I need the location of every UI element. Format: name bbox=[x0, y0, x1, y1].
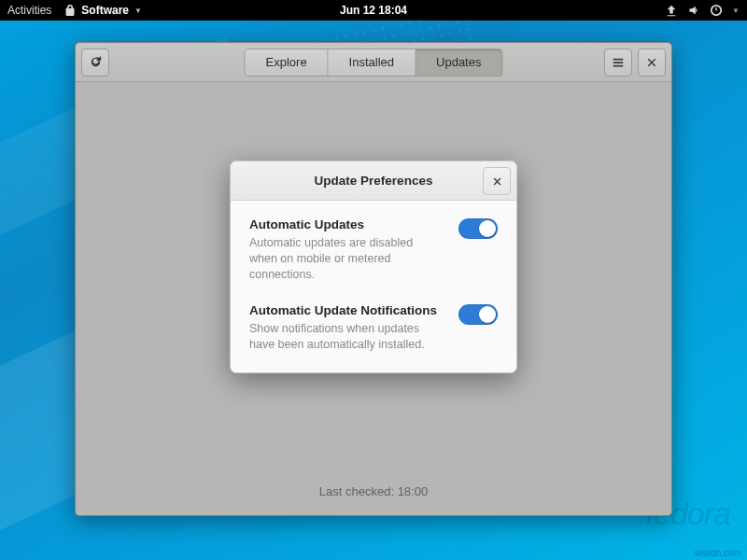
software-icon bbox=[64, 5, 76, 16]
pref-description: Show notifications when updates have bee… bbox=[249, 321, 444, 353]
close-icon bbox=[492, 176, 502, 187]
dialog-close-button[interactable] bbox=[483, 167, 511, 195]
hamburger-icon bbox=[612, 56, 625, 69]
network-icon[interactable] bbox=[665, 4, 678, 17]
close-icon bbox=[646, 57, 657, 68]
pref-automatic-updates: Automatic Updates Automatic updates are … bbox=[249, 217, 498, 283]
dialog-title: Update Preferences bbox=[315, 174, 433, 188]
power-icon[interactable] bbox=[710, 4, 723, 17]
activities-button[interactable]: Activities bbox=[7, 4, 51, 17]
chevron-down-icon: ▼ bbox=[732, 7, 740, 15]
tab-updates[interactable]: Updates bbox=[416, 49, 501, 76]
pref-title: Automatic Updates bbox=[249, 217, 444, 231]
chevron-down-icon: ▼ bbox=[134, 7, 142, 15]
pref-automatic-update-notifications: Automatic Update Notifications Show noti… bbox=[249, 303, 498, 353]
window-close-button[interactable] bbox=[638, 49, 666, 77]
update-preferences-dialog: Update Preferences Automatic Updates Aut… bbox=[230, 161, 517, 373]
tab-installed[interactable]: Installed bbox=[329, 49, 416, 76]
app-menu[interactable]: Software ▼ bbox=[64, 4, 142, 17]
refresh-button[interactable] bbox=[81, 49, 109, 77]
app-menu-label: Software bbox=[81, 4, 129, 17]
automatic-update-notifications-switch[interactable] bbox=[458, 304, 498, 325]
refresh-icon bbox=[89, 55, 103, 69]
pref-description: Automatic updates are disabled when on m… bbox=[249, 235, 444, 283]
dialog-body: Automatic Updates Automatic updates are … bbox=[231, 201, 516, 372]
view-switcher: Explore Installed Updates bbox=[245, 49, 503, 77]
volume-icon[interactable] bbox=[687, 4, 700, 17]
clock[interactable]: Jun 12 18:04 bbox=[340, 4, 407, 17]
last-checked-label: Last checked: 18:00 bbox=[76, 484, 671, 498]
watermark: wsxdn.com bbox=[695, 548, 741, 558]
tab-explore[interactable]: Explore bbox=[246, 49, 329, 76]
automatic-updates-switch[interactable] bbox=[458, 218, 498, 239]
header-bar: Explore Installed Updates bbox=[76, 43, 671, 82]
top-panel: Activities Software ▼ Jun 12 18:04 ▼ bbox=[0, 0, 747, 21]
dialog-header: Update Preferences bbox=[231, 161, 516, 201]
hamburger-menu-button[interactable] bbox=[604, 49, 632, 77]
pref-title: Automatic Update Notifications bbox=[249, 303, 444, 317]
